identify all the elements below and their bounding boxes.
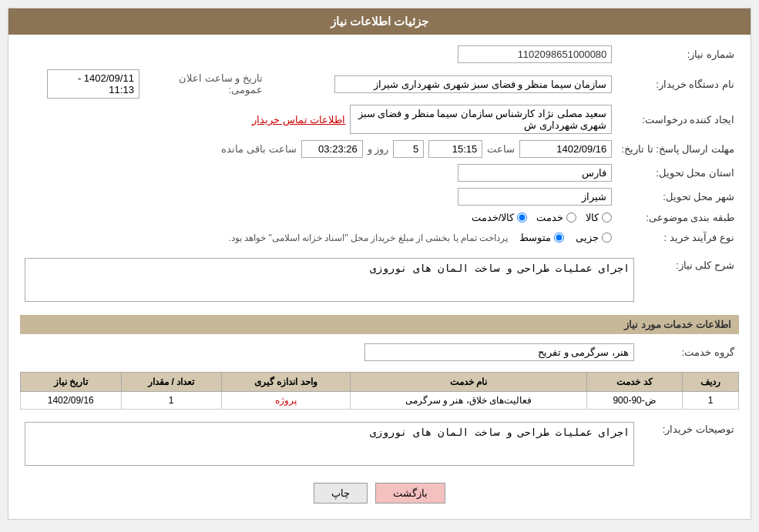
deadline-date: 1402/09/16 [519, 140, 612, 158]
cell-row-num: 1 [683, 392, 739, 410]
need-number-value: 1102098651000080 [458, 45, 612, 63]
col-row-num: ردیف [683, 373, 739, 392]
category-khadamat-label: خدمت [536, 212, 563, 223]
announce-value: 1402/09/11 - 11:13 [47, 69, 139, 99]
deadline-time-label: ساعت [487, 143, 515, 155]
remaining-label: ساعت باقی مانده [221, 143, 296, 155]
service-group-label: گروه خدمت: [639, 340, 739, 364]
description-label: شرح کلی نیاز: [639, 255, 739, 307]
category-kala-radio[interactable] [602, 212, 612, 223]
table-row: 1 ض-90-900 فعالیت‌های خلاق، هنر و سرگرمی… [21, 392, 739, 410]
col-quantity: تعداد / مقدار [121, 373, 221, 392]
col-service-name: نام خدمت [350, 373, 586, 392]
services-section-title: اطلاعات خدمات مورد نیاز [20, 315, 739, 334]
back-button[interactable]: بازگشت [375, 483, 445, 504]
cell-date: 1402/09/16 [21, 392, 122, 410]
page-title: جزئیات اطلاعات نیاز [8, 8, 751, 35]
buyer-desc-label: توصیحات خریدار: [639, 419, 739, 471]
creator-value: سعید مصلی نژاد کارشناس سازمان سیما منظر … [350, 105, 612, 134]
col-service-code: کد خدمت [586, 373, 682, 392]
purchase-jozii-label: جزیی [576, 232, 599, 243]
category-label: طبقه بندی موضوعی: [616, 209, 739, 226]
print-button[interactable]: چاپ [314, 483, 368, 504]
province-value: فارس [458, 164, 612, 182]
col-date: تاریخ نیاز [21, 373, 122, 392]
buyer-desc-textarea[interactable]: اجرای عملیات طراحی و ساخت المان های نورو… [25, 422, 634, 466]
buyer-org-value: سازمان سیما منظر و فضای سبز شهری شهرداری… [334, 75, 612, 93]
purchase-motavasset-radio[interactable] [554, 233, 564, 243]
purchase-motavasset-label: متوسط [519, 232, 551, 243]
category-khadamat-radio[interactable] [566, 212, 576, 223]
purchase-type-label: نوع فرآیند خرید : [616, 226, 739, 249]
deadline-days-label: روز و [368, 143, 389, 155]
remaining-time: 03:23:26 [301, 140, 363, 158]
description-textarea[interactable]: اجرای عملیات طراحی و ساخت المان های نورو… [25, 258, 634, 302]
need-number-label: شماره نیاز: [616, 42, 739, 66]
buttons-row: بازگشت چاپ [20, 483, 739, 504]
deadline-time: 15:15 [428, 140, 482, 158]
service-group-value: هنر، سرگرمی و تفریح [364, 343, 634, 361]
purchase-jozii-radio[interactable] [602, 233, 612, 243]
deadline-days: 5 [393, 140, 424, 158]
city-value: شیراز [458, 188, 612, 206]
creator-label: ایجاد کننده درخواست: [616, 102, 739, 137]
announce-label: تاریخ و ساعت اعلان عمومی: [179, 72, 263, 95]
category-kala-label: کالا [586, 212, 599, 223]
col-unit: واحد اندازه گیری [221, 373, 350, 392]
cell-service-code: ض-90-900 [586, 392, 682, 410]
buyer-org-label: نام دستگاه خریدار: [616, 66, 739, 102]
cell-unit: پروژه [221, 392, 350, 410]
deadline-label: مهلت ارسال پاسخ: تا تاریخ: [616, 137, 739, 161]
category-kala-khadamat-label: کالا/خدمت [472, 212, 515, 223]
province-label: استان محل تحویل: [616, 161, 739, 185]
category-kala-khadamat-radio[interactable] [517, 212, 527, 223]
city-label: شهر محل تحویل: [616, 185, 739, 209]
cell-quantity: 1 [121, 392, 221, 410]
creator-link[interactable]: اطلاعات تماس خریدار [252, 114, 345, 125]
purchase-note: پرداخت تمام یا بخشی از مبلغ خریداز محل "… [228, 233, 508, 243]
cell-service-name: فعالیت‌های خلاق، هنر و سرگرمی [350, 392, 586, 410]
